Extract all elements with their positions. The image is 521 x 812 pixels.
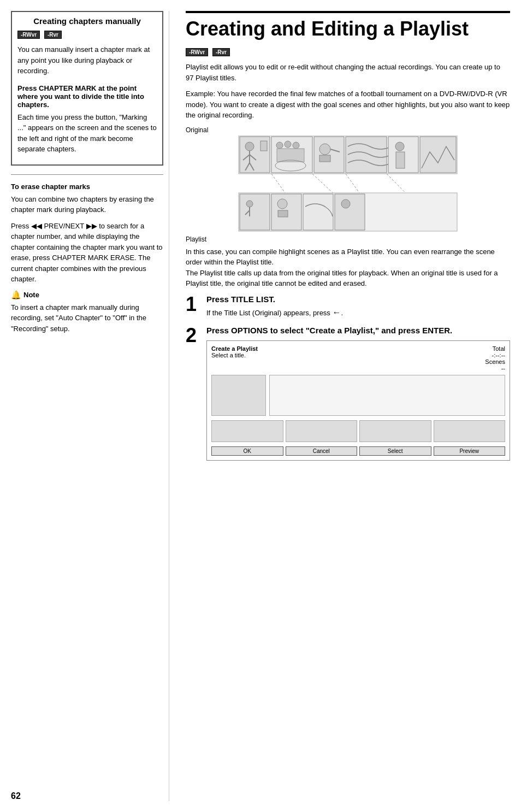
diagram-label-playlist: Playlist <box>186 236 510 243</box>
right-body-after-diagram: In this case, you can compile highlight … <box>186 246 510 289</box>
svg-rect-29 <box>240 194 270 230</box>
diagram-svg <box>186 136 510 234</box>
svg-point-11 <box>285 141 291 148</box>
ui-btn-cancel[interactable]: Cancel <box>286 446 358 456</box>
right-badge-rwvr: -RWvr <box>186 48 208 56</box>
step1-title: Press TITLE LIST. <box>206 295 510 304</box>
left-badge-rvr: -Rvr <box>44 31 62 39</box>
right-big-title: Creating and Editing a Playlist <box>186 11 510 40</box>
svg-rect-22 <box>396 152 405 168</box>
svg-point-12 <box>293 142 299 149</box>
step2-number: 2 <box>186 326 201 345</box>
svg-rect-37 <box>335 194 365 230</box>
step1-body: If the Title List (Original) appears, pr… <box>206 306 510 319</box>
left-erase-title: To erase chapter marks <box>11 183 163 191</box>
ui-thumb-4 <box>434 420 506 442</box>
svg-rect-13 <box>277 149 304 162</box>
ui-title: Create a Playlist <box>211 345 258 352</box>
step1-arrow: ← <box>333 306 341 319</box>
ui-total-value: -:--:-- <box>485 352 505 358</box>
left-badge-row: -RWvr -Rvr <box>17 30 157 39</box>
svg-rect-23 <box>420 137 456 173</box>
ui-thumb-3 <box>359 420 431 442</box>
left-column: Creating chapters manually -RWvr -Rvr Yo… <box>11 11 169 801</box>
svg-point-16 <box>319 144 330 155</box>
ui-sub: Select a title. <box>211 352 258 358</box>
left-press-chapter-body: Each time you press the button, "Marking… <box>17 112 157 155</box>
ui-btn-preview[interactable]: Preview <box>434 446 506 456</box>
ui-thumb-1 <box>211 420 283 442</box>
diagram-container: Original <box>186 126 510 243</box>
left-erase-body2: Press ◀◀ PREV/NEXT ▶▶ to search for a ch… <box>11 221 163 285</box>
right-badge-row: -RWvr -Rvr <box>186 48 510 56</box>
step2-title: Press OPTIONS to select "Create a Playli… <box>206 326 510 335</box>
right-intro1: Playlist edit allows you to edit or re-e… <box>186 62 510 83</box>
ui-btn-select[interactable]: Select <box>359 446 431 456</box>
left-intro-text: You can manually insert a chapter mark a… <box>17 44 157 77</box>
ui-list-area <box>269 375 505 416</box>
left-divider <box>11 174 163 175</box>
step1-body-text: If the Title List (Original) appears, pr… <box>206 309 330 317</box>
svg-point-30 <box>246 201 253 207</box>
ui-preview-area <box>211 375 266 416</box>
step2-row: 2 Press OPTIONS to select "Create a Play… <box>186 326 510 461</box>
left-section-box: Creating chapters manually -RWvr -Rvr Yo… <box>11 11 163 166</box>
left-note-body: To insert a chapter mark manually during… <box>11 302 163 334</box>
svg-point-38 <box>341 199 350 208</box>
ui-btn-ok[interactable]: OK <box>211 446 283 456</box>
left-section-title: Creating chapters manually <box>17 16 157 26</box>
ui-scenes-label: Scenes <box>485 358 505 365</box>
ui-body <box>211 375 505 416</box>
ui-header: Create a Playlist Select a title. Total … <box>211 345 505 372</box>
left-note-label: Note <box>23 291 39 299</box>
svg-rect-35 <box>278 210 288 217</box>
svg-point-34 <box>277 199 287 209</box>
create-playlist-ui: Create a Playlist Select a title. Total … <box>206 340 510 461</box>
svg-rect-17 <box>319 155 330 162</box>
step2-content: Press OPTIONS to select "Create a Playli… <box>206 326 510 461</box>
svg-rect-8 <box>260 141 267 151</box>
page-number: 62 <box>11 791 21 801</box>
note-icon: 🔔 <box>11 290 21 300</box>
left-erase-body1: You can combine two chapters by erasing … <box>11 194 163 215</box>
svg-point-2 <box>245 142 254 151</box>
ui-header-left: Create a Playlist Select a title. <box>211 345 258 372</box>
left-note-title: 🔔 Note <box>11 290 163 300</box>
right-intro2: Example: You have recorded the final few… <box>186 89 510 121</box>
ui-thumb-2 <box>286 420 358 442</box>
svg-point-21 <box>395 142 404 151</box>
right-column: Creating and Editing a Playlist -RWvr -R… <box>180 11 510 801</box>
left-press-chapter-title: Press CHAPTER MARK at the point where yo… <box>17 84 157 109</box>
ui-thumbnails <box>211 420 505 442</box>
svg-point-10 <box>276 142 283 149</box>
right-badge-rvr: -Rvr <box>212 48 230 56</box>
svg-rect-15 <box>314 137 344 173</box>
ui-header-right: Total -:--:-- Scenes -- <box>485 345 505 372</box>
ui-scenes-value: -- <box>485 365 505 372</box>
svg-rect-36 <box>303 194 333 230</box>
ui-buttons: OK Cancel Select Preview <box>211 446 505 456</box>
ui-total-label: Total <box>485 345 505 352</box>
step1-number: 1 <box>186 295 201 314</box>
svg-rect-19 <box>346 137 387 173</box>
left-badge-rwvr: -RWvr <box>17 31 40 39</box>
step1-row: 1 Press TITLE LIST. If the Title List (O… <box>186 295 510 319</box>
step1-content: Press TITLE LIST. If the Title List (Ori… <box>206 295 510 319</box>
diagram-label-original: Original <box>186 126 510 134</box>
